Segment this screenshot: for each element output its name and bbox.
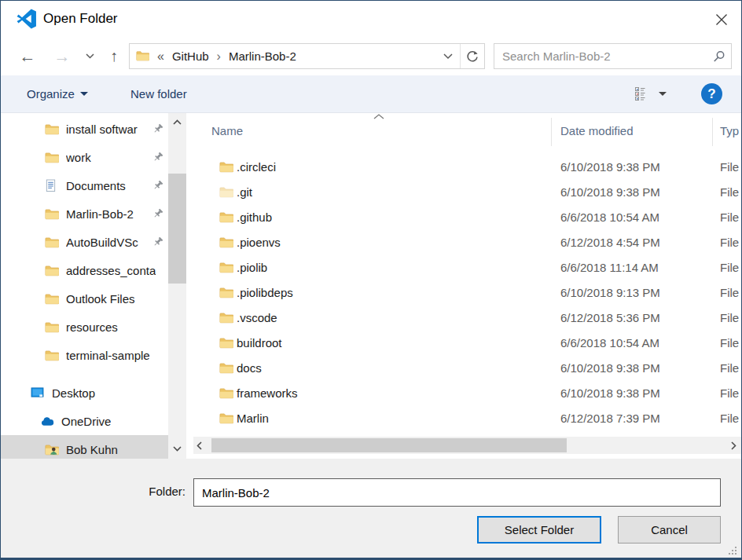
folder-icon [45, 236, 61, 249]
file-row-git[interactable]: .git 6/10/2018 9:38 PM File [193, 181, 741, 206]
folder-icon [219, 337, 233, 350]
sidebar-item-documents[interactable]: Documents [1, 171, 168, 199]
column-headers: Name Date modified Typ [193, 113, 741, 156]
content-area: install softwar work [1, 113, 741, 459]
folder-icon [45, 292, 61, 306]
breadcrumb-separator-icon: › [217, 49, 221, 63]
scroll-left-icon[interactable] [197, 437, 202, 454]
sidebar-item-autobuildvsc[interactable]: AutoBuildVSc [1, 228, 168, 256]
titlebar: Open Folder [1, 1, 741, 37]
footer-panel: Folder: Select Folder Cancel [1, 459, 741, 558]
pin-icon [152, 236, 163, 247]
search-icon[interactable] [707, 50, 731, 63]
folder-icon [219, 262, 233, 274]
folder-icon [219, 186, 233, 199]
file-row-github[interactable]: .github 6/6/2018 10:54 AM File [193, 206, 741, 231]
breadcrumb: GitHub›Marlin-Bob-2 [164, 49, 296, 64]
sidebar-item-bob-kuhn[interactable]: Bob Kuhn [1, 435, 168, 459]
file-row-piolibdeps[interactable]: .piolibdeps 6/10/2018 9:13 PM File [193, 281, 741, 306]
folder-icon [136, 50, 149, 62]
file-row-piolib[interactable]: .piolib 6/6/2018 11:14 AM File [193, 256, 741, 281]
sidebar-item-resources[interactable]: resources [1, 313, 168, 341]
folder-icon [219, 161, 233, 174]
select-folder-button[interactable]: Select Folder [477, 516, 601, 544]
file-list: Name Date modified Typ .circleci 6/10/20… [193, 113, 741, 459]
folder-icon [219, 236, 233, 249]
new-folder-button[interactable]: New folder [130, 75, 187, 112]
folder-icon [45, 264, 61, 277]
column-header-date-modified[interactable]: Date modified [560, 121, 634, 137]
folder-label: Folder: [119, 485, 186, 498]
document-icon [45, 179, 61, 192]
onedrive-icon [40, 415, 56, 428]
breadcrumb-overflow[interactable]: « [157, 49, 164, 64]
sidebar-scrollbar-thumb[interactable] [168, 174, 186, 284]
navigation-pane: install softwar work [1, 113, 168, 459]
help-button[interactable]: ? [701, 83, 722, 104]
folder-icon [45, 123, 61, 136]
folder-icon [219, 312, 233, 324]
pin-icon [152, 208, 163, 219]
chevron-down-icon [80, 92, 88, 96]
vscode-logo-icon [17, 9, 37, 29]
desktop-icon [31, 386, 46, 400]
column-header-type[interactable]: Typ [720, 121, 739, 137]
scroll-up-icon[interactable] [168, 115, 186, 129]
folder-icon [45, 320, 61, 334]
address-dropdown-icon[interactable] [436, 44, 460, 68]
search-box [494, 43, 732, 69]
horizontal-scrollbar[interactable] [193, 437, 741, 454]
address-bar[interactable]: « GitHub›Marlin-Bob-2 [129, 43, 485, 69]
window-title: Open Folder [43, 1, 118, 37]
command-toolbar: Organize New folder [1, 75, 741, 113]
breadcrumb-item-github[interactable]: GitHub [172, 49, 209, 63]
sidebar-item-work[interactable]: work [1, 143, 168, 171]
back-icon[interactable]: ← [17, 37, 39, 75]
sidebar-item-onedrive[interactable]: OneDrive [1, 407, 168, 435]
column-header-name[interactable]: Name [211, 121, 243, 137]
file-row-vscode[interactable]: .vscode 6/12/2018 5:36 PM File [193, 306, 741, 331]
history-chevron-icon[interactable] [81, 37, 98, 75]
folder-name-input[interactable] [193, 478, 721, 507]
pin-icon [152, 123, 163, 134]
up-icon[interactable]: ↑ [103, 37, 125, 75]
folder-icon [219, 362, 233, 375]
user-folder-icon [45, 443, 61, 456]
folder-icon [45, 151, 61, 164]
file-row-pioenvs[interactable]: .pioenvs 6/12/2018 4:54 PM File [193, 231, 741, 256]
organize-button[interactable]: Organize [27, 75, 88, 112]
folder-icon [219, 211, 233, 224]
horizontal-scrollbar-thumb[interactable] [211, 438, 567, 452]
sidebar-scrollbar[interactable] [168, 113, 186, 459]
refresh-icon[interactable] [460, 44, 484, 68]
sidebar-item-outlook-files[interactable]: Outlook Files [1, 284, 168, 313]
search-input[interactable] [494, 49, 707, 63]
folder-icon [219, 387, 233, 400]
pin-icon [152, 180, 163, 191]
close-icon[interactable] [711, 9, 732, 30]
sidebar-item-desktop[interactable]: Desktop [1, 379, 168, 407]
pin-icon [152, 152, 163, 163]
sidebar-item-marlin-bob-2[interactable]: Marlin-Bob-2 [1, 199, 168, 228]
folder-icon [219, 412, 233, 425]
folder-icon [45, 349, 61, 362]
sidebar-item-install-softwar[interactable]: install softwar [1, 115, 168, 143]
sidebar-item-addresses-conta[interactable]: addresses_conta [1, 256, 168, 284]
breadcrumb-item-marlin-bob-2[interactable]: Marlin-Bob-2 [229, 49, 296, 63]
sidebar-item-terminal-sample[interactable]: terminal-sample [1, 341, 168, 369]
view-mode-icon[interactable] [634, 86, 649, 102]
file-row-buildroot[interactable]: buildroot 6/6/2018 10:54 AM File [193, 331, 741, 357]
resize-grip[interactable] [728, 546, 737, 555]
forward-icon[interactable]: → [51, 37, 73, 75]
file-row-frameworks[interactable]: frameworks 6/10/2018 9:38 PM File [193, 382, 741, 407]
folder-icon [45, 207, 61, 221]
view-dropdown-icon[interactable] [659, 92, 667, 96]
folder-icon [219, 287, 233, 299]
file-row-docs[interactable]: docs 6/10/2018 9:38 PM File [193, 357, 741, 382]
file-row-marlin[interactable]: Marlin 6/12/2018 7:39 PM File [193, 407, 741, 432]
cancel-button[interactable]: Cancel [618, 516, 721, 544]
scroll-down-icon[interactable] [168, 441, 186, 456]
open-folder-dialog: Open Folder ← → ↑ « GitHub›Marlin-Bob-2 [0, 0, 742, 560]
file-row-circleci[interactable]: .circleci 6/10/2018 9:38 PM File [193, 156, 741, 181]
scroll-right-icon[interactable] [731, 437, 736, 454]
